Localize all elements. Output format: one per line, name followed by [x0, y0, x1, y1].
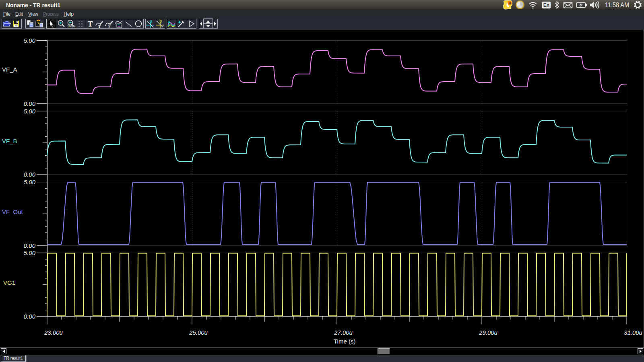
svg-text:a: a — [150, 19, 153, 23]
svg-text:11:58 AM: 11:58 AM — [605, 2, 629, 8]
svg-text:0.00: 0.00 — [24, 171, 36, 178]
svg-text:5.00: 5.00 — [24, 108, 36, 115]
svg-text:VF_A: VF_A — [2, 66, 17, 73]
svg-text:En: En — [543, 2, 549, 8]
svg-text:5.00: 5.00 — [24, 37, 36, 44]
svg-text:VF_Out: VF_Out — [2, 208, 23, 215]
svg-text:0.00: 0.00 — [24, 242, 36, 249]
svg-text:29.00u: 29.00u — [479, 329, 498, 336]
svg-text:5.00: 5.00 — [24, 249, 36, 256]
svg-text:?: ? — [108, 24, 111, 29]
svg-text:31.00u: 31.00u — [624, 329, 643, 336]
svg-text:TR result1: TR result1 — [4, 355, 23, 361]
svg-text:T: T — [88, 20, 93, 28]
svg-text:VG1: VG1 — [3, 279, 15, 286]
svg-text:0.00: 0.00 — [24, 313, 36, 320]
svg-text:T: T — [98, 25, 101, 29]
svg-text:4: 4 — [509, 1, 511, 5]
svg-text:b: b — [159, 19, 162, 23]
svg-text:0.00: 0.00 — [24, 100, 36, 107]
svg-text:100%: 100% — [67, 25, 75, 28]
svg-text:Help: Help — [64, 11, 74, 17]
svg-text:23.00u: 23.00u — [44, 329, 63, 336]
svg-text:View: View — [28, 11, 38, 17]
svg-text:27.00u: 27.00u — [334, 329, 353, 336]
svg-text:Noname - TR result1: Noname - TR result1 — [6, 2, 60, 8]
svg-text:Edit: Edit — [15, 11, 23, 17]
svg-text:Time (s): Time (s) — [334, 338, 355, 345]
svg-text:File: File — [3, 11, 10, 17]
svg-text:Process: Process — [43, 11, 59, 17]
svg-text:VF_B: VF_B — [2, 138, 17, 144]
svg-text:5.00: 5.00 — [24, 179, 36, 185]
svg-text:25.00u: 25.00u — [189, 329, 208, 336]
